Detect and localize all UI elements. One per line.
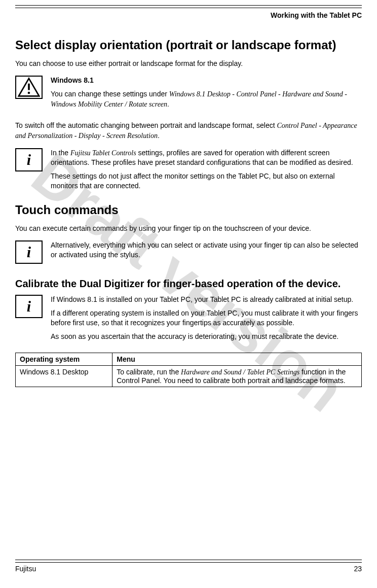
footer-brand: Fujitsu bbox=[15, 565, 36, 573]
info3-p1: If Windows 8.1 is installed on your Tabl… bbox=[51, 295, 362, 304]
info3-p2: If a different operating system is insta… bbox=[51, 308, 362, 328]
calibrate-table: Operating system Menu Windows 8.1 Deskto… bbox=[15, 353, 362, 387]
running-header: Working with the Tablet PC bbox=[15, 11, 362, 19]
warning-content: Windows 8.1 You can change these setting… bbox=[51, 76, 362, 114]
warning-icon bbox=[15, 76, 43, 99]
footer-page-number: 23 bbox=[354, 565, 362, 573]
info-icon: i bbox=[15, 240, 43, 264]
section-select-orientation-intro: You can choose to use either portrait or… bbox=[15, 59, 362, 68]
info-content-3: If Windows 8.1 is installed on your Tabl… bbox=[51, 295, 362, 345]
info-block-1: i In the Fujitsu Tablet Controls setting… bbox=[15, 148, 362, 195]
warning-block: Windows 8.1 You can change these setting… bbox=[15, 76, 362, 114]
table-header-row: Operating system Menu bbox=[16, 353, 362, 365]
table-header-os: Operating system bbox=[16, 353, 112, 365]
page-header: Working with the Tablet PC bbox=[15, 5, 362, 37]
info1-p1: In the Fujitsu Tablet Controls settings,… bbox=[51, 148, 362, 168]
info1-p2: These settings do not just affect the mo… bbox=[51, 171, 362, 191]
page-footer: Fujitsu 23 bbox=[15, 560, 362, 573]
warning-text: You can change these settings under Wind… bbox=[51, 89, 362, 110]
page-content: Select display orientation (portrait or … bbox=[15, 37, 362, 560]
section-touch-commands-intro: You can execute certain commands by usin… bbox=[15, 224, 362, 233]
info-icon: i bbox=[15, 295, 43, 318]
page: Draft version Working with the Tablet PC… bbox=[0, 0, 377, 588]
warning-heading: Windows 8.1 bbox=[51, 76, 362, 85]
svg-rect-1 bbox=[28, 84, 30, 90]
table-cell-menu: To calibrate, run the Hardware and Sound… bbox=[112, 365, 362, 387]
info3-p3: As soon as you ascertain that the accura… bbox=[51, 332, 362, 341]
info-block-2: i Alternatively, everything which you ca… bbox=[15, 240, 362, 264]
switch-off-text: To switch off the automatic changing bet… bbox=[15, 121, 362, 141]
info-block-3: i If Windows 8.1 is installed on your Ta… bbox=[15, 295, 362, 345]
table-header-menu: Menu bbox=[112, 353, 362, 365]
info-icon: i bbox=[15, 148, 43, 171]
section-touch-commands-title: Touch commands bbox=[15, 202, 362, 218]
table-cell-os: Windows 8.1 Desktop bbox=[16, 365, 112, 387]
section-select-orientation-title: Select display orientation (portrait or … bbox=[15, 37, 362, 53]
info-content-1: In the Fujitsu Tablet Controls settings,… bbox=[51, 148, 362, 195]
info-content-2: Alternatively, everything which you can … bbox=[51, 240, 362, 264]
svg-point-2 bbox=[28, 92, 30, 94]
table-row: Windows 8.1 Desktop To calibrate, run th… bbox=[16, 365, 362, 387]
info2-p1: Alternatively, everything which you can … bbox=[51, 240, 362, 260]
section-calibrate-title: Calibrate the Dual Digitizer for finger-… bbox=[15, 278, 362, 290]
